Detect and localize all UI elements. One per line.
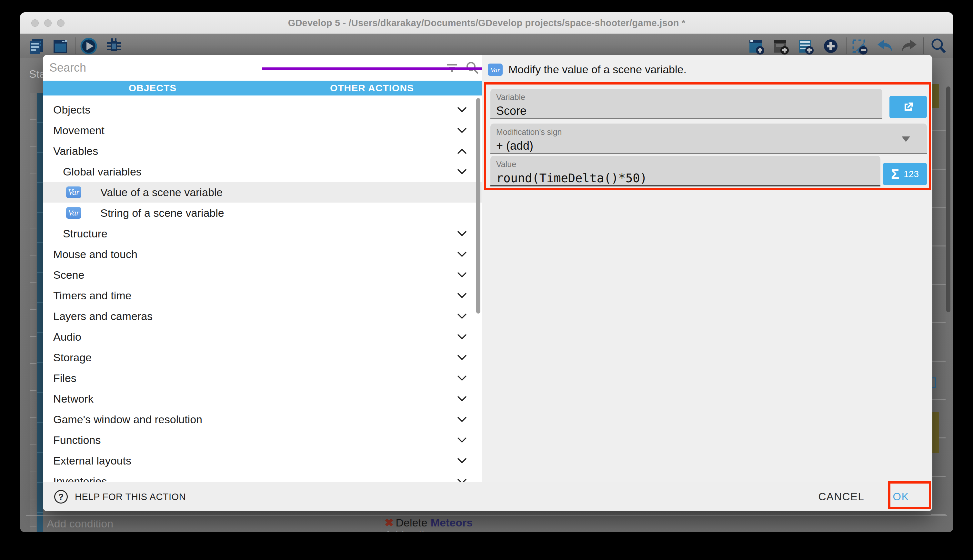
play-icon: [80, 37, 98, 55]
chevron-down-icon: [457, 169, 467, 175]
category-row[interactable]: Objects: [43, 99, 482, 120]
search-events-button[interactable]: [929, 37, 948, 55]
event-column-divider: [382, 515, 382, 532]
zoom-window-button[interactable]: [57, 19, 65, 27]
add-comment-button[interactable]: [796, 37, 815, 55]
add-action-link: Add action: [385, 528, 437, 532]
delete-event-button[interactable]: [850, 37, 869, 55]
add-sub-event-button[interactable]: [772, 37, 790, 55]
project-manager-icon: [27, 37, 45, 55]
category-row[interactable]: Network: [43, 388, 482, 409]
event-rows-right-edge: [931, 93, 946, 532]
variable-icon: Var: [488, 63, 503, 76]
list-scrollbar[interactable]: [476, 98, 480, 313]
expression-builder-button[interactable]: Σ 123: [883, 163, 927, 185]
value-field-value: round(TimeDelta()*50): [496, 171, 880, 185]
cancel-button[interactable]: CANCEL: [818, 491, 864, 503]
action-parameters-panel: Var Modify the value of a scene variable…: [482, 55, 932, 482]
toolbar-separator: [923, 37, 924, 54]
sign-field-value: + (add): [496, 139, 927, 153]
add-other-button[interactable]: [821, 37, 840, 55]
play-button[interactable]: [79, 37, 98, 55]
open-in-new-icon: [902, 101, 914, 113]
value-expression-field[interactable]: Value round(TimeDelta()*50): [490, 156, 880, 187]
category-row[interactable]: Scene: [43, 265, 482, 285]
chevron-down-icon: [457, 127, 467, 133]
help-for-this-action-button[interactable]: ? HELP FOR THIS ACTION: [54, 490, 186, 503]
delete-action-text: Delete: [396, 517, 427, 529]
delete-x-icon: ✖: [385, 516, 394, 529]
modification-sign-select[interactable]: Modification's sign + (add): [490, 123, 927, 154]
variable-field[interactable]: Variable Score: [490, 89, 882, 119]
action-header: Var Modify the value of a scene variable…: [488, 63, 686, 76]
main-toolbar: [20, 34, 953, 58]
category-row[interactable]: Inventories: [43, 471, 482, 482]
variable-field-value: Score: [496, 104, 882, 118]
active-tab-indicator: [262, 67, 482, 70]
add-event-icon: [748, 37, 766, 55]
variable-icon: Var: [66, 187, 81, 198]
start-scene-button[interactable]: [51, 37, 70, 55]
debug-button[interactable]: [105, 37, 123, 55]
tab-other-actions[interactable]: OTHER ACTIONS: [262, 81, 482, 95]
chevron-down-icon: [457, 231, 467, 237]
category-row[interactable]: Game's window and resolution: [43, 409, 482, 430]
category-row[interactable]: Layers and cameras: [43, 306, 482, 327]
action-row[interactable]: Var String of a scene variable: [43, 203, 482, 223]
open-variable-editor-button[interactable]: [890, 96, 927, 118]
chevron-down-icon: [457, 313, 467, 319]
toolbar-separator: [846, 37, 846, 54]
chevron-down-icon: [457, 375, 467, 381]
category-row-expanded[interactable]: Variables: [43, 141, 482, 161]
chevron-down-icon: [457, 251, 467, 257]
category-row[interactable]: Audio: [43, 327, 482, 347]
action-row-selected[interactable]: Var Value of a scene variable: [43, 182, 482, 203]
category-row[interactable]: Mouse and touch: [43, 244, 482, 265]
category-row[interactable]: Functions: [43, 430, 482, 450]
subcategory-row[interactable]: Structure: [43, 223, 482, 244]
events-scrollbar[interactable]: [946, 87, 950, 312]
minimize-window-button[interactable]: [44, 19, 52, 27]
debug-bug-icon: [105, 37, 123, 55]
value-field-label: Value: [496, 160, 880, 169]
category-row[interactable]: Files: [43, 368, 482, 388]
chevron-down-icon: [457, 293, 467, 299]
project-manager-button[interactable]: [27, 37, 45, 55]
background-action-block: [931, 412, 939, 453]
background-action-row: ✖ Delete Meteors: [385, 516, 473, 529]
chevron-down-icon: [457, 334, 467, 340]
event-row-divider: [26, 515, 947, 516]
chevron-down-icon: [457, 355, 467, 361]
chevron-down-icon: [457, 272, 467, 278]
action-title: Modify the value of a scene variable.: [508, 63, 686, 76]
close-window-button[interactable]: [31, 19, 39, 27]
instruction-tabs: OBJECTS OTHER ACTIONS: [43, 81, 482, 95]
redo-icon: [900, 37, 918, 55]
category-row[interactable]: Movement: [43, 120, 482, 141]
dropdown-arrow-icon: [902, 137, 910, 142]
subcategory-row[interactable]: Global variables: [43, 161, 482, 182]
event-rows-left-highlight: [37, 93, 43, 532]
event-rows-left-edge: [30, 93, 37, 532]
titlebar: GDevelop 5 - /Users/dkarakay/Documents/G…: [20, 12, 953, 34]
chevron-down-icon: [457, 107, 467, 113]
add-condition-link: Add condition: [47, 517, 113, 530]
chevron-down-icon: [457, 417, 467, 423]
category-row[interactable]: Storage: [43, 347, 482, 368]
sign-field-label: Modification's sign: [496, 127, 927, 137]
tab-objects[interactable]: OBJECTS: [43, 81, 262, 95]
help-label: HELP FOR THIS ACTION: [75, 492, 186, 502]
svg-text:Var: Var: [490, 66, 500, 74]
background-action-block: [931, 84, 939, 108]
chevron-down-icon: [457, 396, 467, 402]
undo-button[interactable]: [875, 37, 894, 55]
chevron-down-icon: [457, 458, 467, 464]
category-row[interactable]: External layouts: [43, 450, 482, 471]
instruction-category-list: Objects Movement Variables Global variab…: [43, 95, 482, 482]
variable-field-label: Variable: [496, 93, 882, 102]
ok-button[interactable]: OK: [893, 491, 909, 503]
redo-button[interactable]: [900, 37, 919, 55]
category-row[interactable]: Timers and time: [43, 285, 482, 306]
add-event-button[interactable]: [747, 37, 766, 55]
delete-action-object: Meteors: [431, 517, 473, 529]
